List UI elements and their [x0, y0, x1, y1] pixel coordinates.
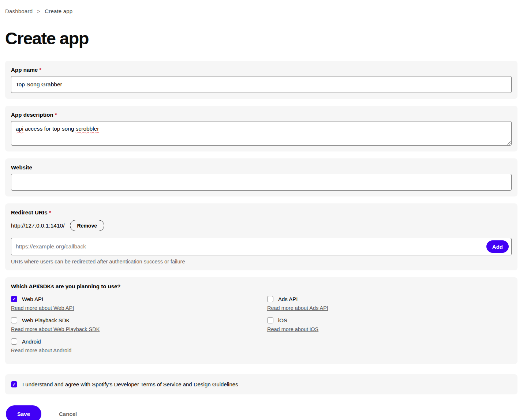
api-sdk-section: Which API/SDKs are you planning to use? … — [5, 277, 517, 364]
redirect-uri-input[interactable] — [11, 238, 512, 255]
checkbox-row-web-playback-sdk[interactable]: ✓ Web Playback SDK — [11, 317, 267, 323]
web-api-checkbox[interactable]: ✓ — [11, 296, 17, 302]
terms-row: ✓ I understand and agree with Spotify's … — [11, 381, 512, 387]
add-uri-button[interactable]: Add — [486, 240, 509, 253]
website-label: Website — [11, 164, 512, 170]
breadcrumb-create-app[interactable]: Create app — [45, 8, 72, 14]
read-more-ads-api-link[interactable]: Read more about Ads API — [267, 305, 328, 311]
redirect-uris-helper: URIs where users can be redirected after… — [11, 259, 512, 265]
terms-text: I understand and agree with Spotify's De… — [22, 381, 238, 387]
ads-api-checkbox[interactable]: ✓ — [267, 296, 273, 302]
create-app-page: Dashboard > Create app Create app App na… — [0, 0, 527, 420]
checkmark-icon: ✓ — [12, 382, 16, 387]
checkbox-row-web-api[interactable]: ✓ Web API — [11, 296, 267, 302]
checkbox-label: Web Playback SDK — [22, 317, 70, 323]
save-button[interactable]: Save — [6, 405, 41, 420]
read-more-web-api-link[interactable]: Read more about Web API — [11, 305, 74, 311]
breadcrumb: Dashboard > Create app — [5, 8, 517, 14]
required-asterisk: * — [39, 67, 41, 73]
checkbox-row-ads-api[interactable]: ✓ Ads API — [267, 296, 512, 302]
required-asterisk: * — [55, 112, 57, 118]
api-sdk-grid: ✓ Web API Read more about Web API ✓ Web … — [11, 295, 512, 358]
breadcrumb-dashboard[interactable]: Dashboard — [5, 8, 33, 14]
required-asterisk: * — [49, 209, 51, 215]
misspelled-word: api — [16, 125, 23, 132]
app-description-label: App description* — [11, 112, 512, 118]
design-guidelines-link[interactable]: Design Guidelines — [194, 381, 238, 387]
app-name-input[interactable] — [11, 76, 512, 93]
resize-handle-icon[interactable] — [507, 140, 511, 145]
redirect-uris-section: Redirect URIs* http://127.0.0.1:1410/ Re… — [5, 203, 517, 270]
website-section: Website — [5, 158, 517, 196]
checkbox-row-ios[interactable]: ✓ iOS — [267, 317, 512, 323]
developer-terms-link[interactable]: Developer Terms of Service — [114, 381, 182, 387]
description-text: access for top song — [23, 125, 76, 132]
api-sdk-heading: Which API/SDKs are you planning to use? — [11, 283, 512, 289]
api-sdk-column-right: ✓ Ads API Read more about Ads API ✓ iOS … — [267, 295, 512, 358]
page-title: Create app — [5, 30, 517, 47]
redirect-uri-value: http://127.0.0.1:1410/ — [11, 222, 65, 229]
terms-section: ✓ I understand and agree with Spotify's … — [5, 374, 517, 394]
checkbox-row-android[interactable]: ✓ Android — [11, 338, 267, 345]
form-actions: Save Cancel — [6, 405, 517, 420]
app-description-section: App description* api access for top song… — [5, 106, 517, 151]
checkmark-icon: ✓ — [12, 297, 16, 301]
website-input[interactable] — [11, 174, 512, 191]
checkbox-label: iOS — [278, 317, 287, 323]
android-checkbox[interactable]: ✓ — [11, 338, 17, 345]
chevron-right-icon: > — [37, 8, 40, 14]
web-playback-sdk-checkbox[interactable]: ✓ — [11, 317, 17, 323]
app-name-section: App name* — [5, 61, 517, 99]
ios-checkbox[interactable]: ✓ — [267, 317, 273, 323]
read-more-android-link[interactable]: Read more about Android — [11, 348, 71, 353]
app-description-textarea[interactable]: api access for top song scrobbler — [11, 121, 512, 146]
redirect-uri-input-wrap: Add — [11, 238, 512, 255]
checkbox-label: Web API — [22, 296, 43, 302]
read-more-ios-link[interactable]: Read more about iOS — [267, 326, 318, 332]
misspelled-word: scrobbler — [76, 125, 99, 132]
checkbox-label: Android — [22, 338, 41, 345]
terms-checkbox[interactable]: ✓ — [11, 381, 17, 387]
remove-uri-button[interactable]: Remove — [70, 220, 104, 231]
api-sdk-column-left: ✓ Web API Read more about Web API ✓ Web … — [11, 295, 267, 358]
app-name-label: App name* — [11, 67, 512, 73]
read-more-web-playback-sdk-link[interactable]: Read more about Web Playback SDK — [11, 326, 100, 332]
cancel-button[interactable]: Cancel — [59, 411, 77, 417]
redirect-uri-row: http://127.0.0.1:1410/ Remove — [11, 220, 512, 231]
checkbox-label: Ads API — [278, 296, 298, 302]
redirect-uris-label: Redirect URIs* — [11, 209, 512, 215]
